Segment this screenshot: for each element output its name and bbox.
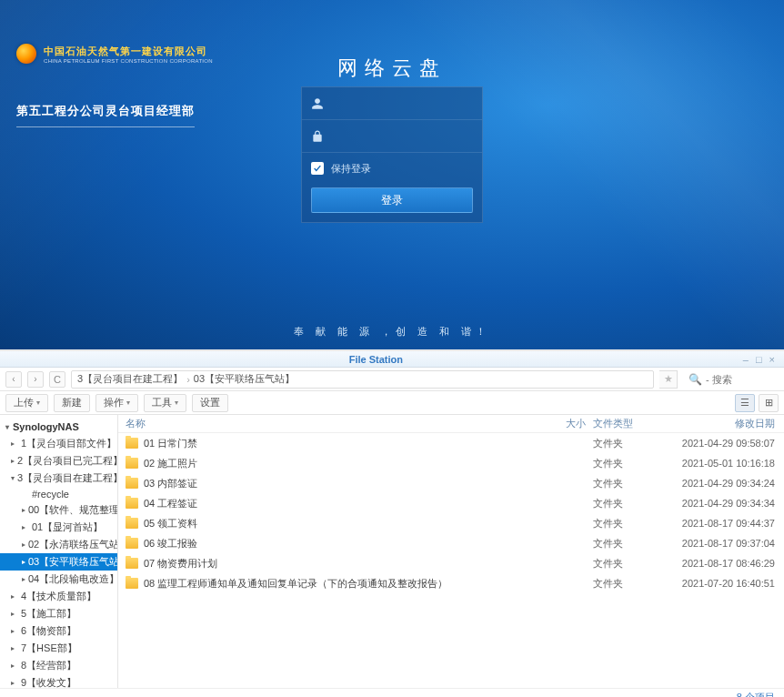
footer-slogan: 奉 献 能 源 ，创 造 和 谐！ <box>294 325 490 338</box>
table-row[interactable]: 01 日常门禁文件夹2021-04-29 09:58:07 <box>118 433 784 453</box>
tree-item[interactable]: ▸03【安平联络压气站】 <box>0 553 117 571</box>
operate-button[interactable]: 操作▾ <box>95 394 138 412</box>
table-row[interactable]: 06 竣工报验文件夹2021-08-17 09:37:04 <box>118 533 784 553</box>
tree-item[interactable]: #recycle <box>0 487 117 501</box>
tree-item[interactable]: ▸04【北段输电改造】 <box>0 571 117 588</box>
tree-item[interactable]: ▾3【灵台项目在建工程】 <box>0 470 117 487</box>
upload-button[interactable]: 上传▾ <box>5 394 48 412</box>
password-input[interactable] <box>333 130 473 143</box>
file-station-window: File Station – □ × ‹ › C 3【灵台项目在建工程】 › 0… <box>0 349 784 697</box>
user-icon <box>311 97 324 110</box>
login-button[interactable]: 登录 <box>311 187 473 213</box>
tree-item[interactable]: ▸8【经营部】 <box>0 657 117 674</box>
tools-button[interactable]: 工具▾ <box>144 394 186 412</box>
login-form: 保持登录 登录 <box>301 86 483 223</box>
username-field[interactable] <box>302 87 482 120</box>
check-icon <box>313 164 322 173</box>
view-grid-button[interactable]: ⊞ <box>759 394 779 412</box>
folder-icon <box>126 478 138 489</box>
logo-icon <box>16 44 36 64</box>
breadcrumb[interactable]: 3【灵台项目在建工程】 › 03【安平联络压气站】 <box>71 370 654 389</box>
keep-logged-row[interactable]: 保持登录 <box>302 153 482 184</box>
folder-icon <box>126 458 138 469</box>
col-size[interactable]: 大小 <box>548 417 593 430</box>
table-row[interactable]: 04 工程签证文件夹2021-04-29 09:34:34 <box>118 493 784 513</box>
col-date[interactable]: 修改日期 <box>657 417 784 430</box>
folder-icon <box>126 518 138 529</box>
breadcrumb-seg-2[interactable]: 03【安平联络压气站】 <box>194 372 295 386</box>
titlebar: File Station – □ × <box>0 351 784 368</box>
folder-icon <box>126 558 138 569</box>
folder-icon <box>126 438 138 449</box>
forward-button[interactable]: › <box>27 371 44 388</box>
tree-item[interactable]: ▸01【显河首站】 <box>0 519 117 536</box>
login-title: 网络云盘 <box>337 55 447 82</box>
company-name-cn: 中国石油天然气第一建设有限公司 <box>44 45 213 58</box>
tree-item[interactable]: ▸9【收发文】 <box>0 674 117 688</box>
list-header: 名称 大小 文件类型 修改日期 <box>118 415 784 433</box>
status-bar: 8 个项目 <box>0 688 784 697</box>
company-name-en: CHINA PETROLEUM FIRST CONSTRUCTION CORPO… <box>44 58 213 64</box>
tree-item[interactable]: ▸7【HSE部】 <box>0 640 117 657</box>
folder-icon <box>126 578 138 589</box>
lock-icon <box>311 130 324 143</box>
item-count: 8 个项目 <box>737 691 775 697</box>
back-button[interactable]: ‹ <box>5 371 22 388</box>
chevron-right-icon: › <box>186 374 190 385</box>
table-row[interactable]: 07 物资费用计划文件夹2021-08-17 08:46:29 <box>118 553 784 573</box>
search-input[interactable] <box>706 374 779 385</box>
logo-block: 中国石油天然气第一建设有限公司 CHINA PETROLEUM FIRST CO… <box>16 44 213 64</box>
tree-item[interactable]: ▸1【灵台项目部文件】 <box>0 435 117 452</box>
action-toolbar: 上传▾ 新建 操作▾ 工具▾ 设置 ☰ ⊞ <box>0 391 784 415</box>
search-icon: 🔍 <box>689 373 702 386</box>
search-box[interactable]: 🔍 <box>689 373 779 386</box>
tree-root[interactable]: SynologyNAS <box>0 419 117 435</box>
nav-toolbar: ‹ › C 3【灵台项目在建工程】 › 03【安平联络压气站】 ★ 🔍 <box>0 368 784 391</box>
folder-icon <box>126 498 138 509</box>
table-row[interactable]: 05 领工资料文件夹2021-08-17 09:44:37 <box>118 513 784 533</box>
table-row[interactable]: 03 内部签证文件夹2021-04-29 09:34:24 <box>118 473 784 493</box>
favorite-button[interactable]: ★ <box>659 370 678 389</box>
close-button[interactable]: × <box>769 354 775 365</box>
create-button[interactable]: 新建 <box>54 394 90 412</box>
username-input[interactable] <box>333 97 473 110</box>
folder-icon <box>126 538 138 549</box>
tree-item[interactable]: ▸2【灵台项目已完工程】 <box>0 452 117 470</box>
minimize-button[interactable]: – <box>743 354 749 365</box>
department-name: 第五工程分公司灵台项目经理部 <box>16 104 195 117</box>
window-title: File Station <box>349 354 403 365</box>
tree-item[interactable]: ▸5【施工部】 <box>0 605 117 622</box>
folder-tree[interactable]: SynologyNAS ▸1【灵台项目部文件】▸2【灵台项目已完工程】▾3【灵台… <box>0 415 118 688</box>
breadcrumb-seg-1[interactable]: 3【灵台项目在建工程】 <box>77 372 183 386</box>
tree-item[interactable]: ▸4【技术质量部】 <box>0 588 117 605</box>
col-name[interactable]: 名称 <box>118 417 548 430</box>
table-row[interactable]: 08 监理工程师通知单及通知回复单记录（下的合项通知及整改报告）文件夹2021-… <box>118 573 784 593</box>
col-type[interactable]: 文件类型 <box>593 417 657 430</box>
refresh-button[interactable]: C <box>49 371 65 388</box>
keep-logged-checkbox[interactable] <box>311 162 324 175</box>
view-list-button[interactable]: ☰ <box>735 394 755 412</box>
login-panel: 中国石油天然气第一建设有限公司 CHINA PETROLEUM FIRST CO… <box>0 0 784 349</box>
table-row[interactable]: 02 施工照片文件夹2021-05-01 10:16:18 <box>118 453 784 473</box>
tree-item[interactable]: ▸00【软件、规范整理】【 <box>0 501 117 519</box>
password-field[interactable] <box>302 120 482 153</box>
tree-item[interactable]: ▸6【物资部】 <box>0 622 117 640</box>
tree-item[interactable]: ▸02【永清联络压气站】 <box>0 536 117 553</box>
settings-button[interactable]: 设置 <box>192 394 228 412</box>
keep-logged-label: 保持登录 <box>331 162 371 176</box>
department-block: 第五工程分公司灵台项目经理部 <box>16 102 195 127</box>
maximize-button[interactable]: □ <box>756 354 762 365</box>
file-list: 名称 大小 文件类型 修改日期 01 日常门禁文件夹2021-04-29 09:… <box>118 415 784 688</box>
